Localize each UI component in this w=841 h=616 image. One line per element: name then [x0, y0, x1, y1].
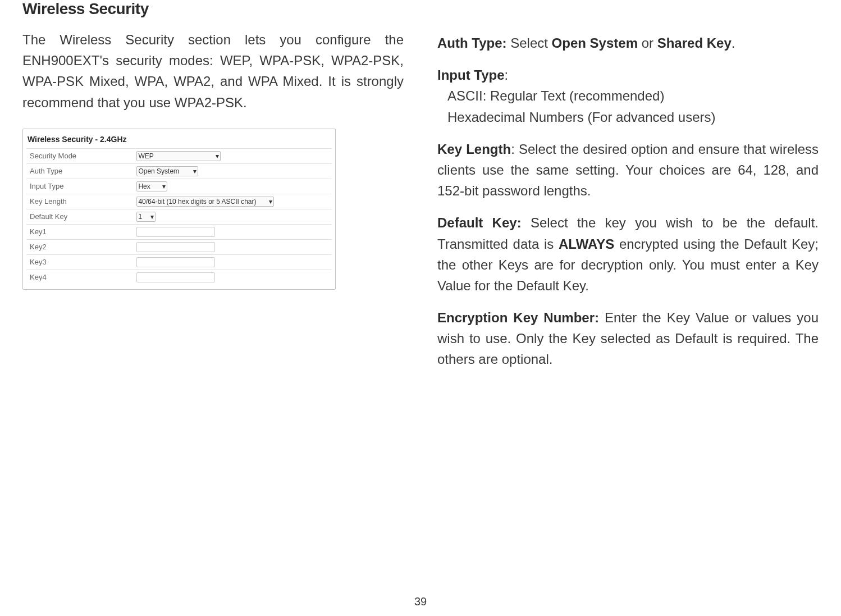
default-key-strong: Default Key: — [437, 215, 531, 230]
settings-table: Security Mode WEP ▾ Auth Type Open Syste… — [26, 148, 332, 285]
open-system-strong: Open System — [552, 35, 638, 51]
chevron-down-icon: ▾ — [269, 198, 272, 206]
row-key1: Key1 — [26, 224, 332, 239]
row-auth-type: Auth Type Open System ▾ — [26, 163, 332, 179]
row-input-type: Input Type Hex ▾ — [26, 179, 332, 194]
key3-input[interactable] — [136, 257, 215, 267]
row-key3: Key3 — [26, 254, 332, 270]
default-key-value: 1 — [138, 213, 142, 221]
key-length-value: 40/64-bit (10 hex digits or 5 ASCII char… — [138, 198, 256, 206]
key-length-paragraph: Key Length: Select the desired option an… — [437, 139, 819, 202]
shared-key-strong: Shared Key — [657, 35, 732, 51]
key2-input[interactable] — [136, 242, 215, 252]
input-type-value: Hex — [138, 182, 150, 190]
section-heading: Wireless Security — [22, 0, 404, 18]
auth-type-or: or — [638, 35, 657, 51]
label-key1: Key1 — [26, 224, 133, 239]
label-input-type: Input Type — [26, 179, 133, 194]
auth-type-text1: Select — [510, 35, 551, 51]
auth-type-label-strong: Auth Type: — [437, 35, 510, 51]
settings-panel-screenshot: Wireless Security - 2.4GHz Security Mode… — [22, 129, 336, 290]
default-key-select[interactable]: 1 ▾ — [136, 212, 156, 222]
label-auth-type: Auth Type — [26, 163, 133, 179]
label-default-key: Default Key — [26, 209, 133, 224]
input-type-select[interactable]: Hex ▾ — [136, 181, 167, 191]
label-security-mode: Security Mode — [26, 148, 133, 163]
key-length-select[interactable]: 40/64-bit (10 hex digits or 5 ASCII char… — [136, 197, 274, 207]
input-type-heading: Input Type: — [437, 65, 819, 85]
auth-type-select[interactable]: Open System ▾ — [136, 166, 198, 176]
always-strong: ALWAYS — [559, 236, 614, 252]
auth-type-value: Open System — [138, 167, 179, 175]
label-key4: Key4 — [26, 270, 133, 285]
key-length-strong: Key Length — [437, 142, 511, 157]
row-default-key: Default Key 1 ▾ — [26, 209, 332, 224]
chevron-down-icon: ▾ — [162, 182, 166, 190]
auth-type-period: . — [732, 35, 735, 51]
auth-type-paragraph: Auth Type: Select Open System or Shared … — [437, 33, 819, 53]
chevron-down-icon: ▾ — [193, 167, 196, 175]
row-key-length: Key Length 40/64-bit (10 hex digits or 5… — [26, 194, 332, 209]
panel-title: Wireless Security - 2.4GHz — [26, 133, 332, 148]
row-security-mode: Security Mode WEP ▾ — [26, 148, 332, 163]
key1-input[interactable] — [136, 227, 215, 237]
default-key-paragraph: Default Key: Select the key you wish to … — [437, 212, 819, 296]
security-mode-value: WEP — [138, 152, 153, 160]
label-key-length: Key Length — [26, 194, 133, 209]
page-number: 39 — [0, 595, 841, 608]
input-type-colon: : — [505, 67, 509, 83]
key4-input[interactable] — [136, 272, 215, 282]
label-key3: Key3 — [26, 254, 133, 270]
chevron-down-icon: ▾ — [216, 152, 219, 160]
chevron-down-icon: ▾ — [150, 213, 154, 221]
row-key2: Key2 — [26, 239, 332, 254]
label-key2: Key2 — [26, 239, 133, 254]
encryption-key-paragraph: Encryption Key Number: Enter the Key Val… — [437, 307, 819, 370]
input-type-ascii: ASCII: Regular Text (recommended) — [437, 85, 819, 106]
security-mode-select[interactable]: WEP ▾ — [136, 151, 221, 161]
input-type-hex: Hexadecimal Numbers (For advanced users) — [437, 107, 819, 127]
row-key4: Key4 — [26, 270, 332, 285]
encryption-key-strong: Encryption Key Number: — [437, 310, 605, 325]
intro-paragraph: The Wireless Security section lets you c… — [22, 29, 404, 113]
input-type-strong: Input Type — [437, 67, 505, 83]
